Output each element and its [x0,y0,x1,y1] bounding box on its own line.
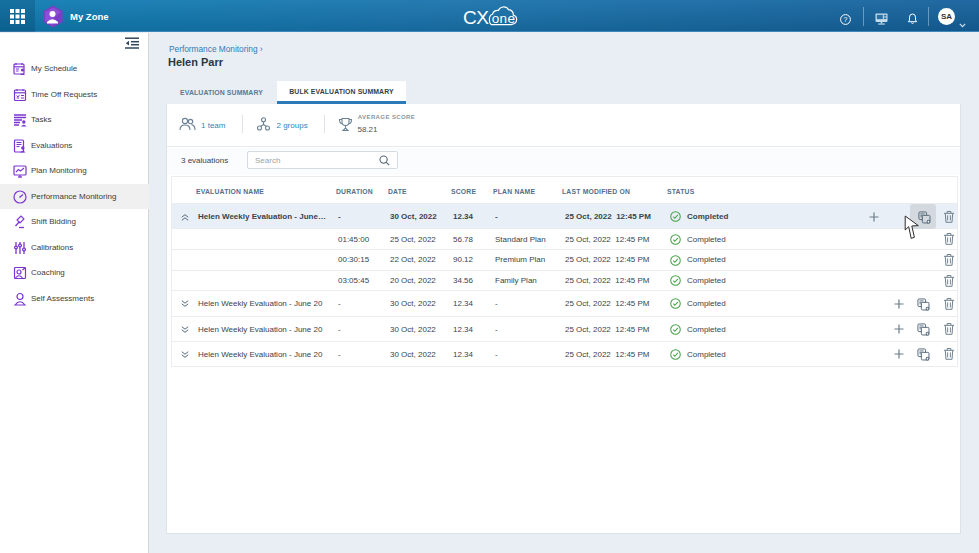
svg-text:?: ? [844,16,848,23]
svg-text:CX: CX [463,7,489,28]
svg-text:one: one [492,11,515,26]
